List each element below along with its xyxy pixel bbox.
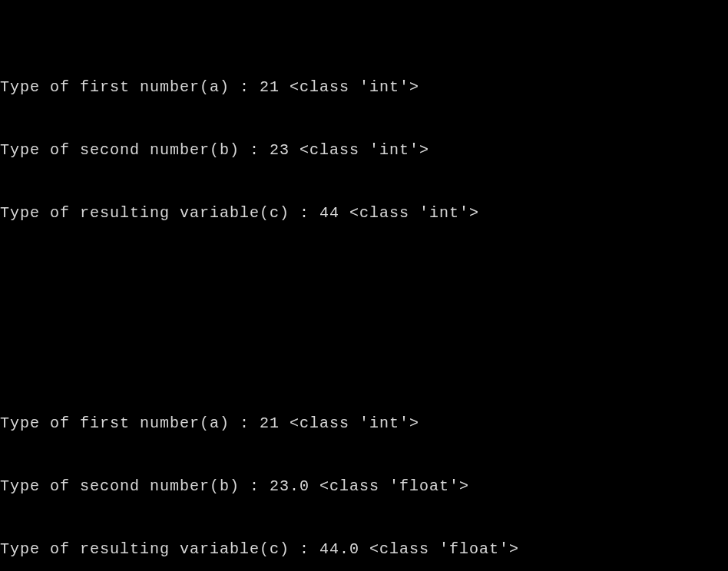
output-line: Type of second number(b) : 23 <class 'in… (0, 137, 728, 164)
output-line: Type of second number(b) : 23.0 <class '… (0, 473, 728, 500)
output-line: Type of resulting variable(c) : 44 <clas… (0, 200, 728, 227)
terminal-output: Type of first number(a) : 21 <class 'int… (0, 3, 728, 571)
output-line: Type of first number(a) : 21 <class 'int… (0, 410, 728, 437)
output-line: Type of first number(a) : 21 <class 'int… (0, 74, 728, 101)
output-block: Type of first number(a) : 21 <class 'int… (0, 38, 728, 262)
output-line: Type of resulting variable(c) : 44.0 <cl… (0, 536, 728, 563)
output-block: Type of first number(a) : 21 <class 'int… (0, 375, 728, 571)
